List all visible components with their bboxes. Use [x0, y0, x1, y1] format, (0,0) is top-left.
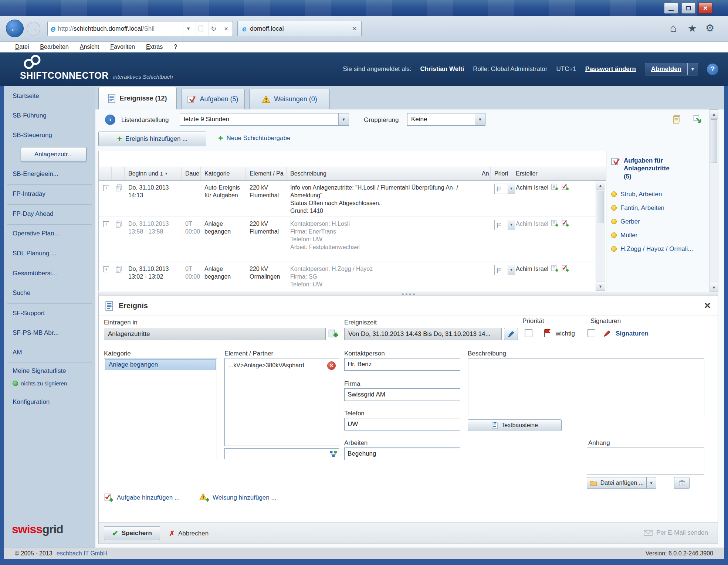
home-button[interactable]: ⌂ — [670, 23, 677, 34]
menu-favoriten[interactable]: Favoriten — [105, 42, 140, 52]
category-listbox[interactable]: Anlage begangen — [104, 358, 217, 459]
sidebar-item-fp-day-ahead[interactable]: FP-Day Ahead — [4, 210, 95, 218]
chevron-down-icon[interactable]: ▼ — [475, 113, 485, 125]
sidebar-item-konfiguration[interactable]: Konfiguration — [4, 398, 95, 406]
task-item[interactable]: Strub, Arbeiten — [611, 191, 719, 198]
expand-row-button[interactable]: + — [103, 221, 109, 227]
event-time-field[interactable]: Von Do, 31.10.2013 14:43 Bis Do, 31.10.2… — [344, 328, 502, 340]
phone-input[interactable] — [344, 418, 460, 430]
add-note-icon[interactable] — [551, 184, 559, 191]
priority-flag-select[interactable]: ▼ — [494, 265, 515, 275]
sidebar-item-sb-fuehrung[interactable]: SB-Führung — [4, 112, 95, 119]
new-handover-link[interactable]: + Neue Schichtübergabe — [218, 135, 290, 142]
forward-button[interactable]: → — [27, 22, 40, 35]
copy-icon[interactable] — [115, 266, 122, 273]
copy-icon[interactable] — [115, 221, 122, 228]
menu-bearbeiten[interactable]: Bearbeiten — [34, 42, 74, 52]
add-task-link[interactable]: Aufgabe hinzufügen ... — [104, 493, 180, 502]
contact-input[interactable] — [344, 358, 460, 371]
event-row-3[interactable]: + Do, 31.10.2013 13:02 - 13:02 0T 00:00 … — [99, 262, 606, 291]
export-button[interactable] — [692, 114, 703, 125]
attach-file-dropdown-arrow[interactable]: ▼ — [647, 477, 656, 489]
sidebar-item-anlagenzutritte-active[interactable]: Anlagenzutr... — [21, 147, 87, 162]
refresh-button[interactable]: ↻ — [208, 21, 219, 36]
expand-row-button[interactable]: + — [103, 266, 109, 272]
compatibility-view-icon[interactable] — [196, 21, 206, 36]
add-event-button[interactable]: + Ereignis hinzufügen ... — [98, 132, 206, 146]
maximize-button[interactable] — [681, 3, 695, 14]
back-button[interactable]: ← — [6, 20, 24, 37]
expand-row-button[interactable]: + — [103, 185, 109, 191]
sidebar-item-gesamtuebersicht[interactable]: Gesamtübersi... — [4, 270, 95, 277]
priority-flag-select[interactable]: ▼ — [494, 184, 515, 194]
col-header-category[interactable]: Kategorie — [202, 167, 246, 180]
scrollbar-thumb[interactable] — [711, 119, 717, 163]
close-form-button[interactable]: ✕ — [704, 301, 711, 311]
window-titlebar[interactable]: ✕ — [0, 0, 728, 16]
settings-gear-button[interactable]: ⚙ — [705, 23, 714, 33]
help-button[interactable]: ? — [707, 64, 718, 75]
menu-extras[interactable]: Extras — [140, 42, 168, 52]
add-signature-icon[interactable] — [561, 265, 569, 272]
company-input[interactable] — [344, 388, 460, 401]
tab-ereignisse[interactable]: Ereignisse (12) — [98, 87, 177, 109]
add-instruction-link[interactable]: Weisung hinzufügen ... — [199, 493, 277, 502]
description-textarea[interactable] — [468, 358, 704, 417]
sidebar-item-sf-support[interactable]: SF-Support — [4, 310, 95, 317]
copy-icon[interactable] — [115, 184, 122, 192]
category-option-selected[interactable]: Anlage begangen — [105, 359, 216, 370]
add-signature-icon[interactable] — [561, 220, 569, 227]
work-input[interactable] — [344, 447, 460, 460]
sidebar-item-operative-planung[interactable]: Operative Plan... — [4, 230, 95, 237]
company-link[interactable]: eschbach IT GmbH — [57, 550, 108, 557]
sidebar-item-startseite[interactable]: Startseite — [4, 92, 95, 100]
chevron-down-icon[interactable]: ▼ — [338, 113, 349, 125]
edit-event-time-button[interactable] — [504, 328, 518, 340]
signatures-link[interactable]: Signaturen — [616, 330, 649, 337]
minimize-button[interactable] — [664, 3, 678, 14]
menu-datei[interactable]: Datei — [10, 42, 34, 52]
tab-aufgaben[interactable]: Aufgaben (5) — [181, 89, 245, 109]
element-browser-button[interactable] — [328, 449, 338, 458]
task-item[interactable]: Gerber — [611, 218, 719, 225]
scroll-down-icon[interactable]: ▼ — [596, 282, 605, 290]
priority-checkbox[interactable] — [525, 329, 532, 337]
menu-help[interactable]: ? — [168, 42, 183, 52]
col-header-an[interactable]: An — [480, 167, 491, 180]
content-scrollbar[interactable]: ▲ ▼ — [710, 109, 718, 292]
sidebar-item-am[interactable]: AM — [4, 349, 95, 356]
event-row-1[interactable]: + Do, 31.10.2013 14:13 Auto-Ereignis für… — [99, 181, 606, 217]
send-email-button[interactable]: Per E-Mail senden — [644, 529, 708, 537]
sidebar-item-sdl-planung[interactable]: SDL Planung ... — [4, 250, 95, 257]
col-header-duration[interactable]: Daue — [183, 167, 201, 180]
scroll-up-icon[interactable]: ▲ — [596, 181, 605, 190]
sidebar-item-meine-signaturliste[interactable]: Meine Signaturliste — [4, 367, 95, 375]
url-autocomplete-arrow-icon[interactable]: ▼ — [183, 21, 193, 36]
table-scrollbar[interactable]: ▲ ▼ — [596, 181, 605, 291]
add-note-icon[interactable] — [551, 220, 559, 227]
scrollbar-thumb[interactable] — [597, 191, 604, 223]
entry-in-field[interactable]: Anlagenzutritte — [104, 328, 326, 340]
col-header-element[interactable]: Element / Pa — [247, 167, 287, 180]
stop-button[interactable]: ✕ — [221, 21, 231, 36]
scroll-down-icon[interactable]: ▼ — [710, 283, 718, 292]
col-header-creator[interactable]: Ersteller — [514, 167, 580, 180]
col-header-description[interactable]: Beschreibung — [288, 167, 478, 180]
delete-attachment-button[interactable] — [674, 477, 690, 489]
list-view-select[interactable]: letzte 9 Stunden ▼ — [180, 113, 349, 126]
browser-tab[interactable]: e domoff.local ✕ — [237, 21, 362, 36]
task-item[interactable]: Fantin, Arbeiten — [611, 204, 719, 212]
text-blocks-button[interactable]: Textbausteine — [468, 419, 562, 431]
sidebar-item-sb-steuerung[interactable]: SB-Steuerung — [4, 132, 95, 139]
sidebar-item-sb-energieein[interactable]: SB-Energieein... — [4, 170, 95, 178]
attach-file-button[interactable]: Datei anfügen ... — [587, 477, 647, 489]
scroll-up-icon[interactable]: ▲ — [710, 110, 718, 119]
add-signature-icon[interactable] — [561, 184, 569, 191]
tab-close-button[interactable]: ✕ — [352, 25, 357, 32]
remove-element-button[interactable]: ✕ — [327, 361, 336, 370]
sidebar-item-suche[interactable]: Suche — [4, 289, 95, 297]
save-button[interactable]: ✔ Speichern — [104, 526, 160, 540]
favorites-star-button[interactable]: ★ — [688, 24, 697, 34]
logout-dropdown-arrow-icon[interactable]: ▼ — [687, 63, 698, 75]
change-password-link[interactable]: Passwort ändern — [585, 65, 636, 73]
